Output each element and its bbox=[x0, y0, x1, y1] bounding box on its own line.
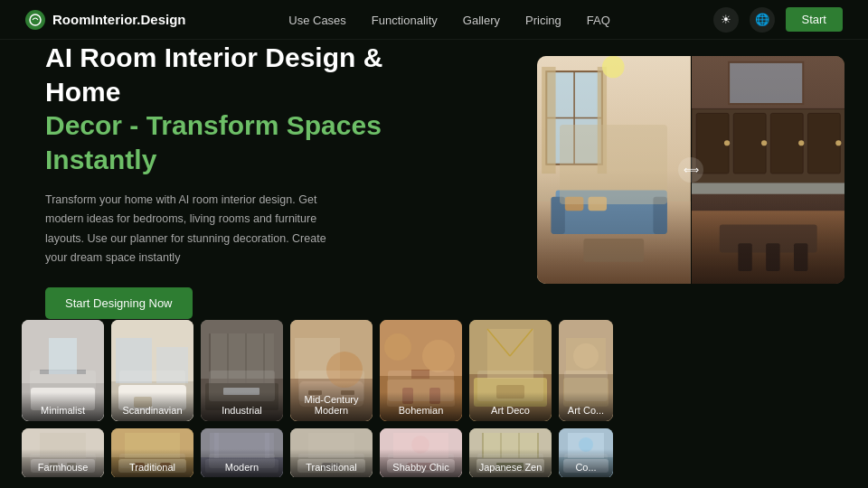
logo[interactable]: RoomInterior.Design bbox=[25, 10, 186, 30]
svg-rect-47 bbox=[156, 347, 188, 383]
hero-image-left bbox=[537, 56, 691, 284]
hero-nav-arrow[interactable]: ⟺ bbox=[678, 157, 703, 183]
nav-item-use-cases[interactable]: Use Cases bbox=[288, 12, 346, 28]
svg-point-16 bbox=[602, 56, 625, 78]
style-card-label-farmhouse: Farmhouse bbox=[22, 449, 104, 477]
svg-point-68 bbox=[384, 333, 411, 361]
logo-icon bbox=[25, 10, 45, 30]
nav-right: ☀ 🌐 Start bbox=[713, 7, 843, 33]
style-card-label-coastal: Co... bbox=[559, 449, 613, 477]
nav-item-pricing[interactable]: Pricing bbox=[525, 12, 561, 28]
hero-image-right bbox=[692, 56, 845, 284]
svg-point-28 bbox=[798, 140, 804, 145]
svg-rect-42 bbox=[49, 338, 77, 374]
style-card-label-artdeco: Art Deco bbox=[469, 392, 552, 421]
style-card-label-transitional: Transitional bbox=[290, 449, 373, 477]
svg-rect-11 bbox=[551, 197, 564, 234]
lang-icon: 🌐 bbox=[755, 13, 769, 26]
style-card-label-minimalist: Minimalist bbox=[22, 392, 104, 421]
hero-cta-button[interactable]: Start Designing Now bbox=[45, 287, 193, 319]
theme-toggle-button[interactable]: ☀ bbox=[713, 7, 739, 33]
style-card-label-modern: Modern bbox=[201, 449, 283, 477]
navbar: RoomInterior.Design Use Cases Functional… bbox=[0, 0, 868, 40]
gallery-section: Minimalist Scandinavian bbox=[0, 311, 868, 477]
hero-text: AI Room Interior Design & Home Decor - T… bbox=[45, 41, 387, 319]
hero-title: AI Room Interior Design & Home Decor - T… bbox=[45, 41, 387, 176]
style-card-label-bohemian: Bohemian bbox=[380, 392, 462, 421]
svg-rect-35 bbox=[794, 243, 807, 271]
hero-title-line1: AI Room Interior Design & Home bbox=[45, 42, 382, 107]
svg-rect-13 bbox=[583, 239, 644, 262]
svg-rect-15 bbox=[589, 197, 608, 211]
hero-description: Transform your home with AI room interio… bbox=[45, 191, 344, 267]
style-card-shabbychic[interactable]: Shabby Chic bbox=[380, 428, 462, 477]
svg-rect-10 bbox=[556, 191, 667, 204]
theme-icon: ☀ bbox=[721, 13, 731, 26]
svg-point-27 bbox=[761, 140, 767, 145]
svg-point-29 bbox=[835, 140, 841, 145]
style-card-traditional[interactable]: Traditional bbox=[111, 428, 193, 477]
svg-point-26 bbox=[723, 140, 729, 145]
nav-start-button[interactable]: Start bbox=[786, 7, 843, 32]
svg-rect-33 bbox=[738, 243, 751, 271]
hero-images: ⟺ bbox=[537, 56, 844, 284]
gallery-row-2: Farmhouse Traditional bbox=[22, 428, 846, 477]
svg-rect-7 bbox=[542, 67, 555, 174]
svg-rect-32 bbox=[719, 225, 816, 253]
svg-rect-19 bbox=[692, 211, 845, 284]
style-card-coastal[interactable]: Co... bbox=[559, 428, 613, 477]
svg-point-84 bbox=[573, 343, 599, 369]
svg-rect-8 bbox=[598, 67, 607, 174]
gallery-row-1: Minimalist Scandinavian bbox=[22, 320, 846, 421]
style-card-artdeco[interactable]: Art Deco bbox=[469, 320, 552, 421]
style-card-label-japanesezen: Japanese Zen bbox=[469, 449, 552, 477]
svg-rect-70 bbox=[411, 370, 429, 379]
style-card-label-artco: Art Co... bbox=[559, 392, 613, 421]
svg-point-0 bbox=[30, 14, 41, 25]
style-card-artco[interactable]: Art Co... bbox=[559, 320, 613, 421]
svg-rect-30 bbox=[692, 183, 845, 193]
nav-item-gallery[interactable]: Gallery bbox=[463, 12, 500, 28]
style-card-farmhouse[interactable]: Farmhouse bbox=[22, 428, 104, 477]
style-card-label-industrial: Industrial bbox=[201, 392, 283, 421]
style-card-label-midcentury: Mid-Century Modern bbox=[290, 381, 373, 421]
hero-decor-label: Decor - bbox=[45, 110, 146, 140]
hero-title-line2: Decor - Transform Spaces Instantly bbox=[45, 110, 382, 174]
language-button[interactable]: 🌐 bbox=[750, 7, 775, 33]
style-card-modern[interactable]: Modern bbox=[201, 428, 283, 477]
nav-item-faq[interactable]: FAQ bbox=[587, 12, 610, 28]
svg-rect-25 bbox=[807, 113, 840, 174]
style-card-label-scandinavian: Scandinavian bbox=[111, 392, 193, 421]
svg-rect-9 bbox=[556, 197, 667, 234]
nav-item-functionality[interactable]: Functionality bbox=[372, 12, 438, 28]
style-card-transitional[interactable]: Transitional bbox=[290, 428, 373, 477]
style-card-midcentury[interactable]: Mid-Century Modern bbox=[290, 320, 373, 421]
svg-rect-36 bbox=[729, 62, 803, 104]
style-card-label-traditional: Traditional bbox=[111, 449, 193, 477]
style-card-bohemian[interactable]: Bohemian bbox=[380, 320, 462, 421]
nav-links: Use Cases Functionality Gallery Pricing … bbox=[288, 12, 610, 28]
style-card-japanesezen[interactable]: Japanese Zen bbox=[469, 428, 552, 477]
svg-point-69 bbox=[422, 340, 455, 372]
logo-text: RoomInterior.Design bbox=[52, 12, 186, 27]
style-card-scandinavian[interactable]: Scandinavian bbox=[111, 320, 193, 421]
style-card-label-shabbychic: Shabby Chic bbox=[380, 449, 462, 477]
svg-rect-24 bbox=[770, 113, 803, 174]
svg-rect-46 bbox=[116, 338, 152, 383]
svg-rect-14 bbox=[565, 197, 584, 211]
svg-rect-34 bbox=[766, 243, 779, 271]
svg-rect-41 bbox=[40, 370, 86, 374]
hero-section: AI Room Interior Design & Home Decor - T… bbox=[0, 40, 868, 311]
svg-rect-12 bbox=[653, 197, 666, 234]
svg-rect-23 bbox=[733, 113, 766, 174]
svg-rect-2 bbox=[537, 202, 691, 284]
style-card-minimalist[interactable]: Minimalist bbox=[22, 320, 104, 421]
style-card-industrial[interactable]: Industrial bbox=[201, 320, 283, 421]
